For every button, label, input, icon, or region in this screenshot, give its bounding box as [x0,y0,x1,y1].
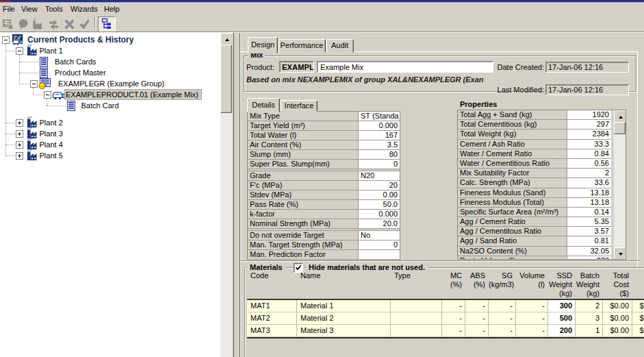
materials-header-line: (kg/m3) [489,280,513,289]
product-name-input[interactable]: Example Mix [317,61,493,73]
tree-item-exampleproduct-01-example-mix[interactable]: EXAMPLEPRODUCT.01 (Example Mix) [0,89,220,100]
properties-row-label: Fineness Modulus (Sand) [458,188,567,198]
materials-column-header[interactable]: SSDWeight(kg) [548,271,576,299]
toolbar-button-tree-view[interactable] [98,16,116,32]
materials-row-mat1[interactable]: MAT1Material 1----3002$0.00$0.00 [247,300,644,312]
materials-column-header[interactable] [632,271,644,299]
materials-column-header[interactable]: Code [247,271,297,299]
toolbar-button-delete-x[interactable] [64,19,75,30]
materials-column-header[interactable]: BatchWeight(kg) [576,271,603,299]
details-row-value[interactable]: 0.000 [359,210,400,219]
panel-divider[interactable] [232,33,241,357]
properties-scrollbar[interactable] [614,110,626,259]
tree-item-label[interactable]: EXAMPLEGR (Example Group) [58,78,164,89]
menu-file[interactable]: File [1,3,16,15]
tree-item-label[interactable]: Current Products & History [27,34,133,45]
details-row-value[interactable]: 20.0 [359,219,400,229]
expand-box[interactable] [16,152,23,160]
details-row-value[interactable]: 3.5 [359,140,400,150]
toolbar-button-factory[interactable] [32,19,44,30]
tab-design[interactable]: Design [248,37,278,53]
expand-box[interactable] [16,130,23,138]
details-row-value[interactable]: 0 [359,241,400,250]
materials-column-header[interactable]: SG(kg/m3) [489,271,516,299]
collapse-box[interactable] [44,91,51,99]
tree-item-examplegr-example-group[interactable]: EXAMPLEGR (Example Group) [0,78,220,89]
details-row-value[interactable] [359,250,400,260]
tree-item-label[interactable]: Plant 5 [40,150,63,161]
materials-header-line: MC [442,271,462,280]
tab-details[interactable]: Details [247,98,280,112]
tree-item-batch-card[interactable]: Batch Card [0,100,220,111]
menu-wizards[interactable]: Wizards [69,3,99,15]
details-row-value[interactable]: ST (Standa [359,112,400,121]
materials-column-header[interactable]: TotalCost($) [603,271,632,299]
materials-column-header[interactable]: Type [391,271,442,299]
tree-scrollbar-thumb[interactable] [220,45,232,113]
details-row-label: Super Plas. Slump(mm) [248,160,359,169]
materials-cell: Material 3 [297,325,391,337]
properties-scrollbar-down-button[interactable] [614,247,626,260]
tree-item-product-master[interactable]: Product Master [0,67,220,78]
tab-audit[interactable]: Audit [326,39,354,53]
collapse-box[interactable] [16,47,23,55]
menu-help[interactable]: Help [103,3,121,15]
tree-item-label[interactable]: EXAMPLEPRODUCT.01 (Example Mix) [64,89,202,100]
tree-item-label[interactable]: Plant 4 [40,139,63,150]
materials-groupbox-top [244,267,644,268]
properties-row: Fineness Modulus (Total)13.18 [458,198,611,208]
materials-column-header[interactable]: Name [297,271,391,299]
toolbar-button-confirm-check[interactable] [79,19,90,30]
expand-box[interactable] [16,141,23,149]
tree-item-label[interactable]: Batch Cards [55,56,96,67]
details-row-value[interactable]: 50.0 [359,200,400,210]
details-row-value[interactable]: N20 [359,171,400,181]
properties-row: Agg / Cement Ratio5.35 [458,217,611,227]
details-row-value[interactable]: 80 [359,150,400,160]
properties-row: Water / Cement Ratio0.84 [458,149,611,159]
properties-row-value: 0.81 [567,236,611,246]
up-arrow-icon [225,38,229,41]
details-row-value[interactable]: 0.00 [359,190,400,200]
details-row-value[interactable]: 167 [359,131,400,140]
toolbar-button-batch-card[interactable] [2,19,14,30]
materials-cell: 1 [576,325,603,337]
tab-performance[interactable]: Performance [279,39,326,53]
toolbar-button-transfer-arrows[interactable] [48,19,60,30]
properties-row: Total Weight (kg)2384 [458,130,611,139]
collapse-box[interactable] [30,80,38,88]
tree-item-plant-5[interactable]: Plant 5 [0,150,220,161]
tree-scrollbar[interactable] [220,33,232,357]
expand-box[interactable] [16,119,23,127]
properties-row: Mix Suitability Factor2 [458,169,611,178]
details-row-value[interactable]: 0.000 [359,121,400,131]
menu-view[interactable]: View [20,3,39,15]
materials-cell: - [465,325,489,337]
materials-row-mat3[interactable]: MAT3Material 3----2001$0.00$0.00 [247,325,644,337]
materials-column-header[interactable]: Volume(l) [516,271,548,299]
tree-item-batch-cards[interactable]: Batch Cards [0,56,220,67]
materials-header-line: Batch [576,271,600,280]
collapse-box[interactable] [2,36,10,44]
tab-interface[interactable]: Interface [281,100,318,112]
tree-item-label[interactable]: Batch Card [81,100,119,111]
tree-item-label[interactable]: Plant 1 [40,45,63,56]
tree-item-label[interactable]: Plant 2 [40,117,63,128]
properties-row-label: Water / Cementitious Ratio [458,159,567,169]
properties-scrollbar-thumb[interactable] [614,122,626,134]
application-window: FileViewToolsWizardsHelp [0,0,644,357]
menu-tools[interactable]: Tools [44,3,64,15]
details-row-value[interactable]: No [359,231,400,241]
tree-item-label[interactable]: Product Master [55,67,106,78]
product-code-field[interactable]: EXAMPL [279,61,314,73]
details-row-value[interactable]: 0 [359,160,400,169]
properties-row-value: 33.3 [567,140,611,149]
tree-item-plant-1[interactable]: Plant 1 [0,45,220,56]
hide-materials-label[interactable]: Hide materials that are not used. [306,262,428,272]
materials-row-mat2[interactable]: MAT2Material 2----5003$0.00$0.00 [247,312,644,325]
materials-column-header[interactable]: MC(%) [442,271,465,299]
toolbar-button-balloon[interactable] [17,19,29,30]
details-row-value[interactable]: 20 [359,181,400,190]
tree-item-label[interactable]: Plant 3 [40,128,63,139]
materials-column-header[interactable]: ABS(%) [465,271,489,299]
